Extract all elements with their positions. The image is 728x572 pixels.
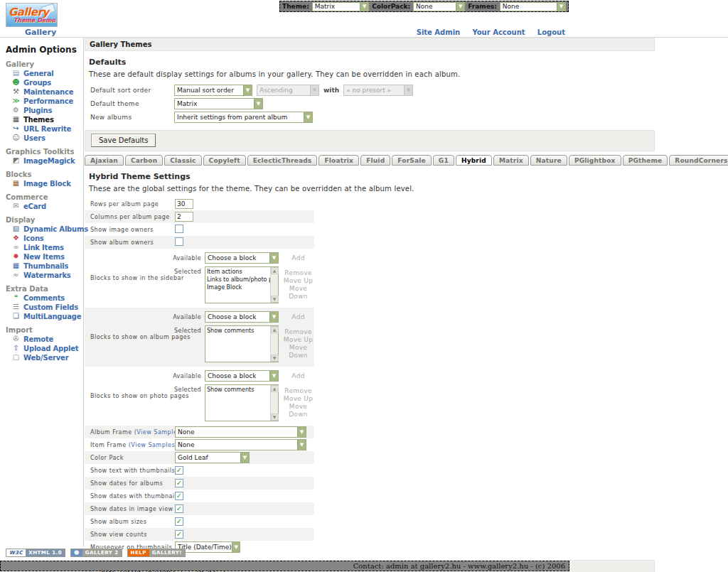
rows-per-page-input[interactable] bbox=[175, 199, 193, 209]
tab-floatrix[interactable]: Floatrix bbox=[318, 155, 359, 166]
theme-select[interactable]: Matrix ▼ bbox=[312, 2, 369, 11]
sidebar-item-themes[interactable]: ▦Themes bbox=[0, 115, 83, 124]
sidebar-item-custom-fields[interactable]: ☰Custom Fields bbox=[0, 303, 83, 311]
tab-nature[interactable]: Nature bbox=[530, 155, 567, 166]
sidebar-item-maintenance[interactable]: ⚒Maintenance bbox=[0, 87, 83, 96]
tab-ajaxian[interactable]: Ajaxian bbox=[85, 155, 124, 166]
theme-label: Theme: bbox=[282, 3, 309, 10]
available-block-select[interactable]: Choose a block▼ bbox=[205, 370, 279, 382]
tab-fluid[interactable]: Fluid bbox=[360, 155, 390, 166]
item-frame-select[interactable]: None▼ bbox=[175, 439, 306, 450]
gallery2-badge-icon: ☻ bbox=[71, 549, 82, 556]
show-album-owners-checkbox[interactable] bbox=[175, 237, 183, 246]
scroll-up-icon[interactable]: ▲ bbox=[271, 267, 279, 274]
sidebar-item-thumbnails[interactable]: ▦Thumbnails bbox=[0, 261, 83, 270]
show-image-owners-checkbox[interactable] bbox=[175, 225, 183, 233]
sidebar-item-url-rewrite[interactable]: ↪URL Rewrite bbox=[0, 124, 83, 133]
tab-pglightbox[interactable]: PGlightbox bbox=[569, 155, 621, 166]
multilanguage-icon: ❏ bbox=[11, 312, 21, 320]
show-text-thumbnails-checkbox[interactable]: ✓ bbox=[175, 466, 183, 475]
sidebar-item-web-server[interactable]: ▢Web/Server bbox=[0, 353, 83, 362]
sidebar-item-watermarks[interactable]: ≈Watermarks bbox=[0, 271, 83, 279]
sidebar-item-general[interactable]: ▤General bbox=[0, 69, 83, 77]
scroll-down-icon[interactable]: ▼ bbox=[271, 414, 279, 421]
chevron-down-icon: ▼ bbox=[269, 371, 278, 381]
sidebar-title: Admin Options bbox=[6, 45, 83, 55]
colorpack-select[interactable]: None ▼ bbox=[413, 2, 465, 11]
chevron-down-icon: ▼ bbox=[269, 253, 278, 263]
w3c-xhtml-badge[interactable]: W3C XHTML 1.0 bbox=[6, 549, 65, 557]
logout-link[interactable]: Logout bbox=[537, 28, 565, 36]
settings-row: Show image owners bbox=[85, 223, 314, 236]
sidebar-item-new-items[interactable]: ✹New Items bbox=[0, 252, 83, 261]
theme-settings-heading: Hybrid Theme Settings bbox=[89, 172, 728, 181]
maintenance-icon: ⚒ bbox=[11, 87, 21, 96]
help-gallery-badge[interactable]: HELP GALLERY! bbox=[127, 549, 186, 557]
sidebar-item-ecard[interactable]: ✉eCard bbox=[0, 202, 83, 210]
show-album-sizes-checkbox[interactable]: ✓ bbox=[175, 517, 183, 526]
theme-tabs: AjaxianCarbonClassicCopyleftEclecticThre… bbox=[85, 155, 728, 166]
item-frame-row: Item Frame (View Samples) None▼ bbox=[85, 438, 314, 451]
sidebar-item-dynamic-albums[interactable]: ▧Dynamic Albums bbox=[0, 225, 83, 233]
default-theme-select[interactable]: Matrix▼ bbox=[174, 98, 263, 109]
frames-select[interactable]: None ▼ bbox=[500, 2, 566, 11]
sidebar-item-upload-applet[interactable]: ⇧Upload Applet bbox=[0, 344, 83, 352]
chevron-down-icon: ▼ bbox=[269, 312, 278, 322]
tab-copyleft[interactable]: Copyleft bbox=[203, 155, 246, 166]
scrollbar[interactable]: ▲▼ bbox=[270, 267, 278, 303]
tab-matrix[interactable]: Matrix bbox=[493, 155, 529, 166]
your-account-link[interactable]: Your Account bbox=[472, 28, 525, 36]
sidebar-item-plugins[interactable]: ⚙Plugins bbox=[0, 106, 83, 114]
tab-carbon[interactable]: Carbon bbox=[125, 155, 163, 166]
scrollbar[interactable]: ▲▼ bbox=[270, 385, 278, 421]
show-view-counts-checkbox[interactable]: ✓ bbox=[175, 530, 183, 539]
tab-classic[interactable]: Classic bbox=[164, 155, 201, 166]
sidebar-item-image-block[interactable]: ▦Image Block bbox=[0, 179, 83, 188]
sidebar-item-icons[interactable]: ❖Icons bbox=[0, 234, 83, 242]
sidebar-item-users[interactable]: ☺Users bbox=[0, 134, 83, 142]
scrollbar[interactable]: ▲▼ bbox=[270, 326, 278, 362]
chevron-down-icon: ▼ bbox=[254, 99, 262, 109]
tab-g1[interactable]: G1 bbox=[433, 155, 454, 166]
tab-eclecticthreads[interactable]: EclecticThreads bbox=[247, 155, 318, 166]
save-defaults-button[interactable]: Save Defaults bbox=[91, 134, 156, 147]
show-dates-thumbnails-checkbox[interactable]: ✓ bbox=[175, 492, 183, 500]
thumbnails-icon: ▦ bbox=[11, 261, 21, 270]
selected-blocks-list[interactable]: Item actions Links to album/photo peers … bbox=[205, 266, 279, 303]
scroll-up-icon[interactable]: ▲ bbox=[271, 326, 279, 333]
selected-blocks-list[interactable]: Show comments ▲▼ bbox=[205, 325, 279, 362]
tab-pgtheme[interactable]: PGtheme bbox=[623, 155, 668, 166]
sidebar-item-imagemagick[interactable]: ◩ImageMagick bbox=[0, 156, 83, 165]
show-dates-albums-checkbox[interactable]: ✓ bbox=[175, 479, 183, 487]
colorpack-label: ColorPack: bbox=[372, 3, 410, 10]
chevron-down-icon: ▼ bbox=[360, 3, 368, 11]
sidebar-item-comments[interactable]: ❝Comments bbox=[0, 293, 83, 302]
sidebar-item-performance[interactable]: ≫Performance bbox=[0, 97, 83, 105]
show-dates-image-view-checkbox[interactable]: ✓ bbox=[175, 504, 183, 513]
sidebar-item-link-items[interactable]: ∞Link Items bbox=[0, 243, 83, 252]
sidebar-item-remote[interactable]: ✇Remote bbox=[0, 335, 83, 343]
site-admin-link[interactable]: Site Admin bbox=[417, 28, 461, 36]
columns-per-page-input[interactable] bbox=[175, 212, 193, 222]
selected-blocks-list[interactable]: Show comments ▲▼ bbox=[205, 384, 279, 421]
sidebar-section-extra-data: Extra Data bbox=[6, 285, 83, 293]
sidebar-item-multilanguage[interactable]: ❏MultiLanguage bbox=[0, 312, 83, 320]
scroll-up-icon[interactable]: ▲ bbox=[271, 385, 279, 392]
new-albums-select[interactable]: Inherit settings from parent album▼ bbox=[174, 112, 313, 123]
scroll-down-icon[interactable]: ▼ bbox=[271, 355, 279, 362]
gallery2-badge[interactable]: ☻ GALLERY 2 bbox=[70, 549, 122, 557]
sidebar-item-groups[interactable]: ☻Groups bbox=[0, 78, 83, 87]
color-pack-select[interactable]: Gold Leaf▼ bbox=[175, 452, 250, 463]
upload-applet-icon: ⇧ bbox=[11, 344, 21, 352]
color-pack-row: Color Pack Gold Leaf▼ bbox=[85, 451, 314, 464]
tab-roundcorners[interactable]: RoundCorners bbox=[669, 155, 728, 166]
w3c-icon: W3C bbox=[6, 549, 26, 556]
tab-hybrid[interactable]: Hybrid bbox=[456, 155, 492, 166]
tab-forsale[interactable]: ForSale bbox=[392, 155, 432, 166]
gallery-logo[interactable]: Gallery Theme Demo bbox=[6, 3, 58, 27]
available-block-select[interactable]: Choose a block▼ bbox=[205, 311, 279, 323]
album-frame-select[interactable]: None▼ bbox=[175, 426, 306, 438]
scroll-down-icon[interactable]: ▼ bbox=[271, 296, 279, 303]
sort-order-select[interactable]: Manual sort order▼ bbox=[174, 85, 252, 96]
available-block-select[interactable]: Choose a block▼ bbox=[205, 252, 279, 264]
